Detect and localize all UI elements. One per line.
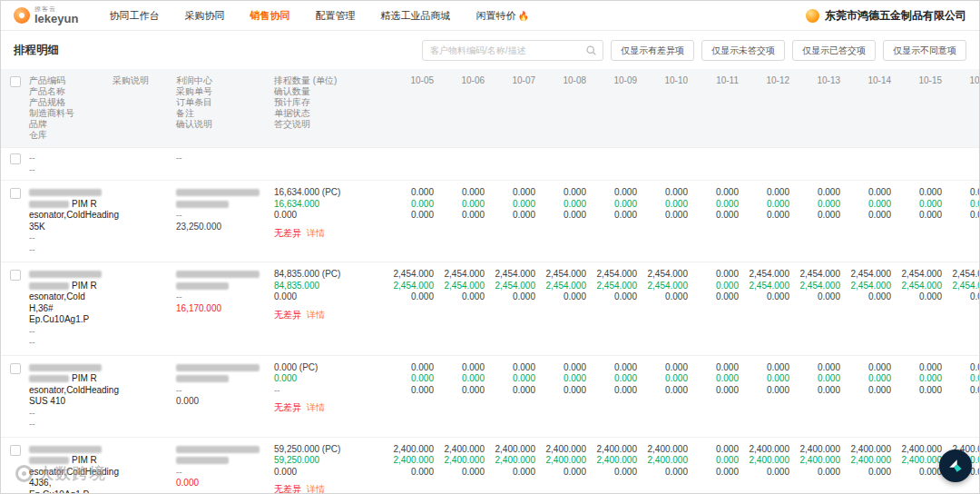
header-line: 订单条目	[176, 97, 265, 108]
date-shipped-qty: 0.000	[799, 210, 840, 222]
search-input[interactable]	[422, 40, 603, 61]
date-schedule-qty: 0.000	[595, 187, 637, 199]
product-name-line: esonator,ColdHeading	[29, 210, 103, 222]
date-confirm-qty: 0.000	[799, 199, 840, 211]
date-cell-10-16: 0.0000.0000.000	[946, 362, 980, 430]
search-icon[interactable]	[585, 44, 597, 56]
header-line: 仓库	[29, 130, 103, 141]
product-name-line: esonator,ColdHeading	[29, 467, 103, 479]
row-checkbox[interactable]	[10, 445, 21, 456]
redacted-profit-center	[176, 364, 260, 371]
detail-link[interactable]: 详情	[307, 402, 325, 414]
date-shipped-qty: 0.000	[443, 291, 485, 303]
diff-status: 无差异	[274, 228, 301, 240]
date-confirm-qty: 0.000	[392, 199, 434, 211]
filter-button-2[interactable]: 仅显示未答交项	[701, 40, 785, 61]
date-confirm-qty: 0.000	[900, 373, 942, 385]
date-cell-10-12: 2,400.0002,400.0000.000	[743, 444, 794, 494]
nav-item-5[interactable]: 精选工业品商城	[380, 9, 450, 23]
header-date-10-08: 10-08	[540, 75, 591, 141]
header-date-10-15: 10-15	[896, 75, 946, 141]
redacted-product-code	[29, 271, 102, 278]
date-schedule-qty: 2,454.000	[443, 269, 485, 281]
header-line: 答交说明	[274, 119, 383, 130]
row-checkbox[interactable]	[10, 188, 21, 199]
header-line: 产品规格	[29, 97, 103, 108]
date-shipped-qty: 0.000	[951, 210, 980, 222]
date-shipped-qty: 0.000	[392, 385, 434, 397]
date-confirm-qty: 2,400.000	[799, 455, 840, 467]
nav-item-4[interactable]: 配置管理	[315, 9, 355, 23]
date-confirm-qty: 2,454.000	[748, 281, 789, 292]
date-confirm-qty: 0.000	[697, 455, 739, 467]
date-shipped-qty: 0.000	[544, 291, 586, 303]
header-purchase-note-column: 采购说明	[108, 75, 172, 141]
schedule-qty: 59,250.000 (PC)	[274, 444, 383, 456]
product-cell: PIM Resonator,ColdHeading4J36, Ep.Cu10Ag…	[24, 444, 108, 494]
nav-item-3[interactable]: 销售协同	[250, 9, 289, 23]
date-confirm-qty: 0.000	[799, 373, 840, 385]
redacted-product-code	[29, 282, 69, 290]
date-confirm-qty: 0.000	[544, 373, 586, 385]
date-cell-10-14: 0.0000.0000.000	[845, 187, 896, 255]
header-line: 单据状态	[274, 108, 383, 119]
detail-link[interactable]: 详情	[307, 310, 325, 321]
row-checkbox[interactable]	[10, 363, 21, 374]
select-all-checkbox[interactable]	[10, 76, 21, 87]
redacted-profit-center	[176, 457, 229, 464]
fire-icon: 🔥	[517, 11, 528, 21]
row-checkbox[interactable]	[10, 153, 21, 164]
date-cell-10-09: 0.0000.0000.000	[591, 187, 642, 255]
redacted-product-code	[29, 189, 102, 196]
date-cell-10-10: 0.0000.0000.000	[642, 187, 692, 255]
date-schedule-qty: 0.000	[697, 187, 739, 199]
customer-service-button[interactable]	[939, 450, 972, 482]
date-cell-10-11: 0.0000.0000.000	[692, 269, 743, 349]
stock-qty: 0.000	[274, 210, 383, 222]
date-cell-10-05: 2,400.0002,400.0000.000	[387, 444, 438, 494]
app-logo[interactable]: 撩客云 lekeyun	[14, 5, 78, 25]
date-shipped-qty: 0.000	[646, 210, 688, 222]
filter-button-3[interactable]: 仅显示已答交项	[792, 40, 876, 61]
nav-item-6[interactable]: 闲置特价🔥	[475, 9, 528, 23]
date-cell-10-05: 0.0000.0000.000	[387, 362, 438, 430]
date-confirm-qty: 2,400.000	[748, 455, 789, 467]
date-schedule-qty: 2,454.000	[849, 269, 891, 281]
filter-button-1[interactable]: 仅显示有差异项	[611, 40, 694, 61]
logo-text-block: 撩客云 lekeyun	[34, 5, 78, 25]
product-name-line: esonator,ColdHeading	[29, 385, 103, 397]
confirm-qty: 59,250.000	[274, 455, 383, 467]
date-schedule-qty: 2,454.000	[799, 269, 840, 281]
confirm-note-value: 0.000	[176, 478, 265, 489]
purchase-note-cell	[108, 362, 172, 430]
header-checkbox-cell	[1, 75, 24, 141]
date-confirm-qty: 2,454.000	[595, 281, 637, 292]
date-schedule-qty: 0.000	[748, 187, 789, 199]
product-cell: PIM Resonator,Cold H,36#Ep.Cu10Ag1.P----	[24, 269, 108, 349]
date-shipped-qty: 0.000	[951, 385, 980, 397]
service-logo-icon	[946, 457, 965, 475]
date-schedule-qty: 2,400.000	[900, 444, 942, 456]
filter-button-4[interactable]: 仅显示不同意项	[883, 40, 966, 61]
date-confirm-qty: 2,454.000	[646, 281, 688, 292]
logo-icon	[14, 7, 30, 24]
date-shipped-qty: 0.000	[646, 291, 688, 303]
table-body: ------PIM Resonator,ColdHeading35K------…	[1, 147, 980, 494]
nav-item-1[interactable]: 协同工作台	[109, 9, 159, 23]
profit-center-cell: --16,170.000	[172, 269, 270, 349]
date-schedule-qty: 2,454.000	[951, 269, 980, 281]
header-line: 产品名称	[29, 86, 103, 97]
detail-link[interactable]: 详情	[307, 228, 325, 240]
header-date-10-13: 10-13	[794, 75, 845, 141]
date-shipped-qty: 0.000	[595, 210, 637, 222]
row-checkbox[interactable]	[10, 270, 21, 281]
date-shipped-qty: 0.000	[443, 210, 485, 222]
detail-link[interactable]: 详情	[307, 484, 325, 494]
date-schedule-qty: 0.000	[443, 187, 485, 199]
nav-item-2[interactable]: 采购协同	[184, 9, 224, 23]
date-confirm-qty: 2,454.000	[544, 281, 586, 292]
toolbar-right: 仅显示有差异项仅显示未答交项仅显示已答交项仅显示不同意项	[422, 40, 966, 61]
date-cell-10-15: 2,454.0002,454.0000.000	[896, 269, 946, 349]
stock-qty: 0.000	[274, 467, 383, 479]
filter-buttons: 仅显示有差异项仅显示未答交项仅显示已答交项仅显示不同意项	[611, 40, 966, 61]
